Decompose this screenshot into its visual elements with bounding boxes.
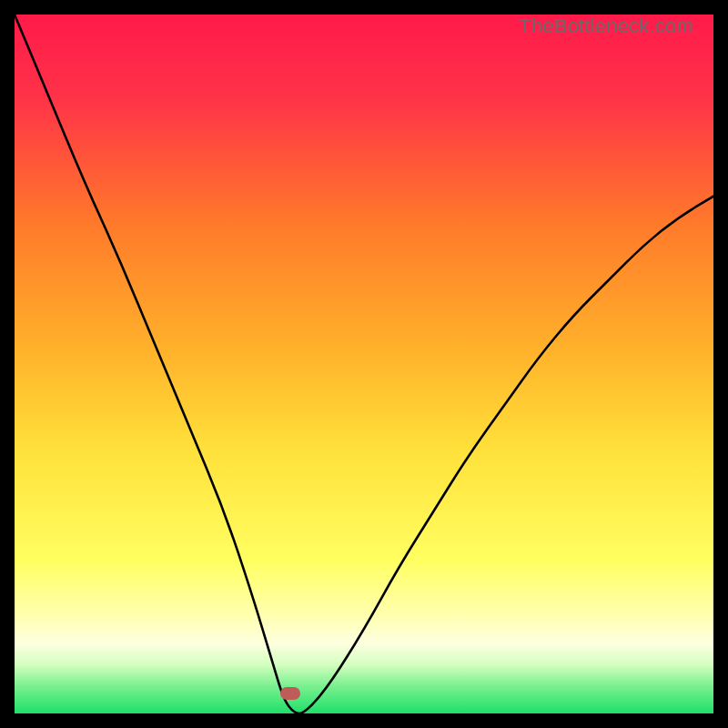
watermark-text: TheBottleneck.com bbox=[519, 15, 693, 38]
bottleneck-curve bbox=[15, 15, 713, 713]
minimum-marker bbox=[280, 687, 300, 700]
chart-frame: TheBottleneck.com bbox=[15, 15, 713, 713]
